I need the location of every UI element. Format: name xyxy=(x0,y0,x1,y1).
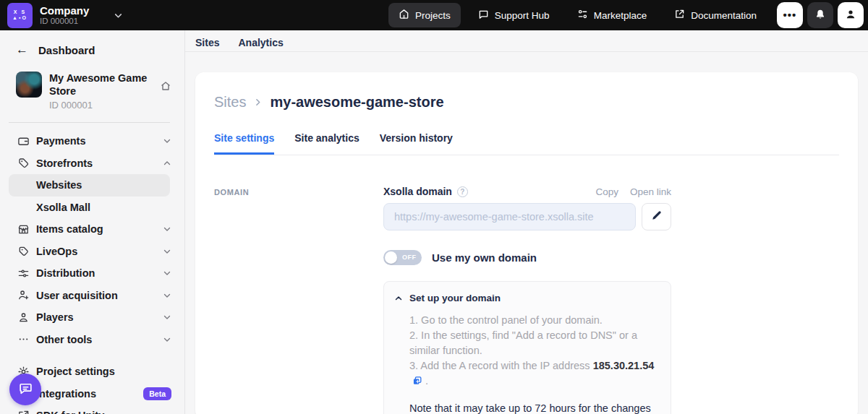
project-avatar xyxy=(16,72,42,98)
sidebar-item-distribution[interactable]: Distribution xyxy=(0,262,184,285)
sidebar-item-storefronts[interactable]: Storefronts xyxy=(0,152,184,175)
account-button[interactable] xyxy=(838,2,864,28)
chevron-down-icon xyxy=(114,11,123,20)
chevron-up-icon xyxy=(163,159,171,168)
chevron-down-icon xyxy=(163,247,171,256)
top-bar: X S▲▪O Company ID 000001 Projects Suppor… xyxy=(0,0,868,30)
back-label: Dashboard xyxy=(38,44,95,56)
sidebar-item-sdk-for-unity[interactable]: SDK for Unity xyxy=(0,405,184,414)
section-label: DOMAIN xyxy=(214,186,383,414)
setup-steps: 1. Go to the control panel of your domai… xyxy=(409,313,659,390)
company-id: ID 000001 xyxy=(40,17,89,26)
sidebar-item-xsolla-mall[interactable]: Xsolla Mall xyxy=(0,197,184,219)
project-switcher[interactable]: My Awesome Game Store ID 000001 xyxy=(0,57,184,111)
sites-card: Sites my-awesome-game-store Site setting… xyxy=(195,72,858,414)
sidebar-item-liveops[interactable]: LiveOps xyxy=(0,241,184,263)
storefront-icon xyxy=(17,223,36,236)
sidebar-item-label: Xsolla Mall xyxy=(36,202,171,213)
subtab-analytics[interactable]: Analytics xyxy=(238,37,283,51)
chat-widget-button[interactable] xyxy=(9,374,41,405)
nav-projects[interactable]: Projects xyxy=(388,3,461,27)
breadcrumb-sites[interactable]: Sites xyxy=(214,94,246,111)
tab-version-history[interactable]: Version history xyxy=(380,132,453,155)
tag-icon xyxy=(17,245,36,257)
toggle-state-label: OFF xyxy=(402,254,417,261)
arrow-left-icon: ← xyxy=(16,43,28,57)
toggle-knob xyxy=(385,251,397,264)
nav-marketplace[interactable]: Marketplace xyxy=(567,3,658,27)
sidebar-item-label: User acquisition xyxy=(36,290,163,301)
tags-icon xyxy=(17,157,36,169)
external-link-icon xyxy=(674,9,685,22)
home-icon xyxy=(399,9,409,22)
nav-projects-label: Projects xyxy=(415,10,451,21)
nav-support-hub[interactable]: Support Hub xyxy=(468,3,560,27)
company-switcher[interactable]: X S▲▪O Company ID 000001 xyxy=(7,3,123,28)
setup-domain-panel: Set up your domain 1. Go to the control … xyxy=(383,281,671,414)
nav-marketplace-label: Marketplace xyxy=(594,10,647,21)
pencil-icon xyxy=(651,210,662,223)
sidebar-item-websites[interactable]: Websites xyxy=(9,174,170,197)
chevron-down-icon xyxy=(163,335,171,344)
help-icon[interactable]: ? xyxy=(457,186,468,197)
sidebar-item-label: Project settings xyxy=(36,366,171,377)
top-nav: Projects Support Hub Marketplace Documen… xyxy=(388,3,767,27)
user-plus-icon xyxy=(17,289,36,301)
setup-note: Note that it may take up to 72 hours for… xyxy=(409,401,659,414)
copy-link[interactable]: Copy xyxy=(595,186,618,197)
spacer xyxy=(0,350,184,361)
bell-icon xyxy=(814,9,826,22)
ellipsis-icon: ••• xyxy=(783,12,797,19)
ellipsis-icon xyxy=(17,333,36,345)
tab-site-analytics[interactable]: Site analytics xyxy=(294,132,359,155)
sub-nav: Sites Analytics xyxy=(185,30,868,52)
chevron-down-icon xyxy=(163,269,171,277)
sidebar-item-other-tools[interactable]: Other tools xyxy=(0,329,184,351)
more-button[interactable]: ••• xyxy=(777,2,803,28)
sidebar-item-label: Websites xyxy=(36,179,157,191)
external-link-icon xyxy=(17,410,36,414)
project-id: ID 000001 xyxy=(49,100,153,111)
tab-site-settings[interactable]: Site settings xyxy=(214,132,274,155)
subtab-sites[interactable]: Sites xyxy=(195,37,219,51)
beta-badge: Beta xyxy=(143,387,171,400)
open-link[interactable]: Open link xyxy=(630,186,671,197)
chevron-up-icon xyxy=(394,294,403,303)
wallet-icon xyxy=(17,135,36,147)
sidebar-item-user-acquisition[interactable]: User acquisition xyxy=(0,285,184,307)
breadcrumb: Sites my-awesome-game-store xyxy=(214,94,839,111)
sidebar-item-payments[interactable]: Payments xyxy=(0,130,184,152)
chevron-right-icon xyxy=(253,98,263,107)
edit-domain-button[interactable] xyxy=(642,203,671,230)
setup-step-3: 3. Add the A record with the IP address … xyxy=(409,358,659,390)
sidebar-menu: Payments Storefronts Websites Xsolla Mal… xyxy=(0,123,184,414)
sidebar-item-label: Distribution xyxy=(36,267,163,279)
page-title: my-awesome-game-store xyxy=(270,94,443,111)
own-domain-label: Use my own domain xyxy=(432,251,537,264)
chevron-down-icon xyxy=(163,137,171,145)
setup-step-2: 2. In the settings, find "Add a record t… xyxy=(409,328,659,358)
sidebar-item-items-catalog[interactable]: Items catalog xyxy=(0,218,184,241)
nav-documentation-label: Documentation xyxy=(691,10,757,21)
company-name: Company xyxy=(40,5,89,17)
back-to-dashboard[interactable]: ← Dashboard xyxy=(0,30,184,57)
sidebar-item-label: LiveOps xyxy=(36,246,163,257)
own-domain-toggle[interactable]: OFF xyxy=(383,250,422,265)
user-icon xyxy=(845,9,856,22)
sidebar-item-players[interactable]: Players xyxy=(0,306,184,329)
ip-address: 185.30.21.54 xyxy=(593,360,655,371)
xsolla-domain-input[interactable] xyxy=(383,203,636,230)
sidebar-item-label: Items catalog xyxy=(36,223,163,235)
domain-section: DOMAIN Xsolla domain ? Copy Open link xyxy=(214,186,839,414)
setup-panel-header[interactable]: Set up your domain xyxy=(394,293,659,303)
nav-support-hub-label: Support Hub xyxy=(495,10,550,21)
chevron-down-icon xyxy=(163,291,171,300)
sliders-icon xyxy=(577,9,588,22)
chat-bubble-icon xyxy=(478,9,489,22)
nav-documentation[interactable]: Documentation xyxy=(664,3,767,27)
sidebar-item-label: Payments xyxy=(36,135,163,147)
sidebar-item-label: Players xyxy=(36,311,163,323)
notifications-button[interactable] xyxy=(807,2,833,28)
chevron-down-icon xyxy=(163,225,171,233)
copy-icon[interactable] xyxy=(412,375,422,390)
